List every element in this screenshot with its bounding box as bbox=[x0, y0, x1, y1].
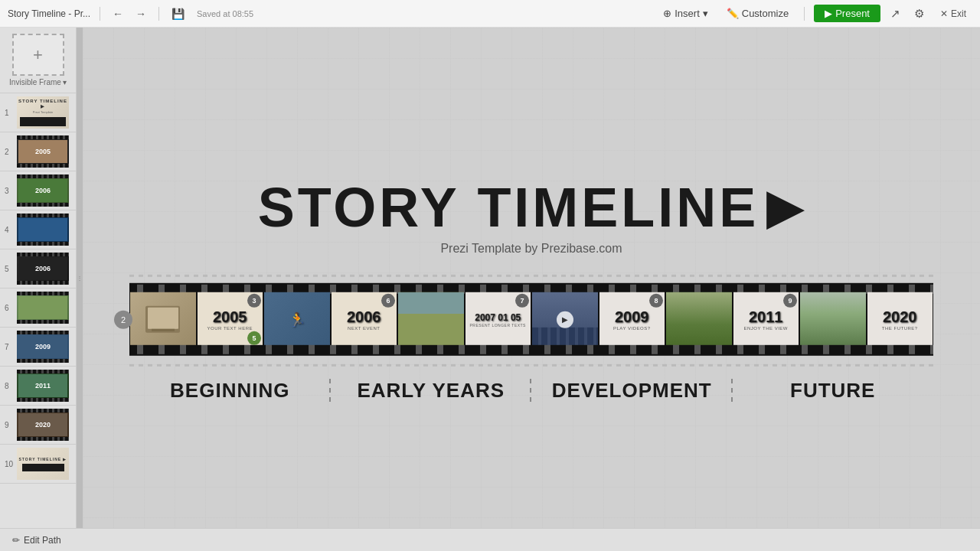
slide-num-4: 4 bbox=[5, 226, 14, 234]
canvas[interactable]: STORY TIMELINE ▶ Prezi Template by Prezi… bbox=[83, 28, 980, 528]
slide-thumb-5: 2006 bbox=[17, 253, 69, 285]
slide-num-10: 10 bbox=[5, 460, 14, 468]
slide-thumb-6 bbox=[17, 292, 69, 324]
film-nav-left[interactable]: 2 bbox=[114, 310, 132, 328]
frame-label-arrow: ▾ bbox=[63, 78, 67, 86]
customize-menu-button[interactable]: ✏️ Customize bbox=[720, 5, 795, 21]
film-frame-2006-text[interactable]: 2006 NEXT EVENT 6 bbox=[332, 292, 397, 347]
slide-thumb-8: 2011 bbox=[17, 370, 69, 402]
film-frame-field2[interactable] bbox=[666, 292, 732, 347]
slide-item-9[interactable]: 9 2020 bbox=[0, 406, 76, 445]
sidebar-resize-handle[interactable]: ⋮ bbox=[77, 28, 83, 528]
story-title-text: STORY TIMELINE bbox=[258, 176, 760, 239]
edit-path-label: Edit Path bbox=[24, 535, 61, 546]
timeline-categories: BEGINNING EARLY YEARS DEVELOPMENT FUTURE bbox=[129, 379, 933, 403]
slide-thumb-4 bbox=[17, 214, 69, 246]
exit-label: Exit bbox=[951, 8, 966, 19]
share-icon: ↗ bbox=[890, 7, 900, 20]
badge-5: 5 bbox=[247, 331, 261, 345]
insert-arrow-icon: ▾ bbox=[703, 8, 708, 19]
slide-num-3: 3 bbox=[5, 187, 14, 195]
edit-path-icon: ✏ bbox=[12, 535, 20, 546]
film-frames: 2005 YOUR TEXT HERE 3 5 🏃 bbox=[129, 283, 933, 356]
undo-button[interactable]: ← bbox=[109, 6, 126, 21]
story-title: STORY TIMELINE ▶ bbox=[129, 176, 933, 239]
category-development: DEVELOPMENT bbox=[531, 379, 733, 403]
film-frame-2009-text[interactable]: 2009 PLAY VIDEOS? 8 bbox=[599, 292, 665, 347]
slide-thumb-1: STORY TIMELINE ▶ Prezi Template bbox=[17, 96, 69, 129]
slide-num-5: 5 bbox=[5, 265, 14, 273]
slide-num-9: 9 bbox=[5, 421, 14, 429]
story-subtitle: Prezi Template by Prezibase.com bbox=[129, 242, 933, 256]
settings-button[interactable]: ⚙ bbox=[910, 5, 928, 22]
exit-button[interactable]: ✕ Exit bbox=[934, 7, 972, 21]
film-frame-jump[interactable]: 🏃 bbox=[264, 292, 330, 347]
sidebar: + Invisible Frame ▾ 1 STORY TIMELINE ▶ P… bbox=[0, 28, 77, 528]
film-frame-2011-text[interactable]: 2011 ENJOY THE VIEW 9 bbox=[733, 292, 799, 347]
film-strip-container: 2 bbox=[129, 283, 933, 356]
slide-num-6: 6 bbox=[5, 304, 14, 312]
save-button[interactable]: 💾 bbox=[168, 6, 188, 21]
redo-button[interactable]: → bbox=[132, 6, 149, 21]
frame-label-text: Invisible Frame bbox=[9, 78, 61, 86]
slide-item-5[interactable]: 5 2006 bbox=[0, 249, 76, 289]
slide-item-1[interactable]: 1 STORY TIMELINE ▶ Prezi Template bbox=[0, 93, 76, 132]
slide-item-10[interactable]: 10 STORY TIMELINE ▶ bbox=[0, 445, 76, 484]
slide-num-8: 8 bbox=[5, 382, 14, 390]
slide-item-8[interactable]: 8 2011 bbox=[0, 367, 76, 406]
slide-thumb-10: STORY TIMELINE ▶ bbox=[17, 448, 69, 480]
present-play-icon: ▶ bbox=[825, 8, 832, 19]
badge-9: 9 bbox=[783, 294, 797, 308]
category-future-label: FUTURE bbox=[790, 379, 875, 402]
share-button[interactable]: ↗ bbox=[887, 5, 904, 22]
category-beginning-label: BEGINNING bbox=[170, 379, 289, 402]
film-frame-city[interactable]: ▶ bbox=[532, 292, 598, 347]
topbar-separator-1 bbox=[100, 7, 100, 21]
topbar: Story Timeline - Pr... ← → 💾 Saved at 08… bbox=[0, 0, 980, 28]
slide-thumb-7: 2009 bbox=[17, 331, 69, 363]
film-frame-2020-text[interactable]: 2020 THE FUTURE? bbox=[867, 292, 933, 347]
present-label: Present bbox=[835, 8, 870, 19]
frame-label: Invisible Frame ▾ bbox=[9, 78, 67, 86]
present-button[interactable]: ▶ Present bbox=[814, 5, 880, 22]
film-strip: 2005 YOUR TEXT HERE 3 5 🏃 bbox=[129, 283, 933, 356]
film-frame-2007-text[interactable]: 2007 01 05 PRESENT LONGER TEXTS 7 bbox=[466, 292, 531, 347]
slide-item-7[interactable]: 7 2009 bbox=[0, 328, 76, 367]
main-area: + Invisible Frame ▾ 1 STORY TIMELINE ▶ P… bbox=[0, 28, 980, 528]
topbar-separator-3 bbox=[804, 7, 805, 21]
slide-num-1: 1 bbox=[5, 109, 14, 117]
add-frame-button[interactable]: + bbox=[12, 34, 64, 76]
add-frame-container: + Invisible Frame ▾ bbox=[0, 28, 76, 93]
badge-8: 8 bbox=[649, 294, 663, 308]
customize-label: Customize bbox=[742, 8, 789, 19]
slide-thumb-3: 2006 bbox=[17, 174, 69, 207]
slide-thumb-2: 2005 bbox=[17, 135, 69, 168]
slide-item-6[interactable]: 6 bbox=[0, 289, 76, 328]
saved-status: Saved at 08:55 bbox=[197, 9, 253, 18]
category-early-years: EARLY YEARS bbox=[331, 379, 532, 403]
category-early-years-label: EARLY YEARS bbox=[357, 379, 505, 402]
presentation-content: STORY TIMELINE ▶ Prezi Template by Prezi… bbox=[129, 176, 933, 403]
story-title-arrow-icon: ▶ bbox=[766, 181, 805, 234]
badge-3: 3 bbox=[247, 294, 261, 308]
film-frame-field[interactable] bbox=[398, 292, 464, 347]
film-frame-grass[interactable] bbox=[800, 292, 866, 347]
insert-menu-button[interactable]: ⊕ Insert ▾ bbox=[657, 5, 714, 21]
bottom-bar: ✏ Edit Path bbox=[0, 528, 980, 551]
slide-item-4[interactable]: 4 bbox=[0, 210, 76, 249]
edit-path-button[interactable]: ✏ Edit Path bbox=[8, 533, 66, 547]
slide-item-3[interactable]: 3 2006 bbox=[0, 171, 76, 210]
slide-thumb-9: 2020 bbox=[17, 409, 69, 441]
app-title: Story Timeline - Pr... bbox=[8, 8, 90, 19]
play-overlay: ▶ bbox=[557, 311, 573, 328]
category-development-label: DEVELOPMENT bbox=[552, 379, 712, 402]
exit-x-icon: ✕ bbox=[940, 8, 948, 19]
film-frame-2005-photo[interactable] bbox=[130, 292, 196, 347]
category-future: FUTURE bbox=[733, 379, 934, 403]
film-frame-2005-text[interactable]: 2005 YOUR TEXT HERE 3 5 bbox=[198, 292, 263, 347]
customize-icon: ✏️ bbox=[727, 8, 739, 19]
slide-num-2: 2 bbox=[5, 148, 14, 156]
category-beginning: BEGINNING bbox=[129, 379, 331, 403]
slide-item-2[interactable]: 2 2005 bbox=[0, 132, 76, 171]
badge-7: 7 bbox=[515, 294, 529, 308]
